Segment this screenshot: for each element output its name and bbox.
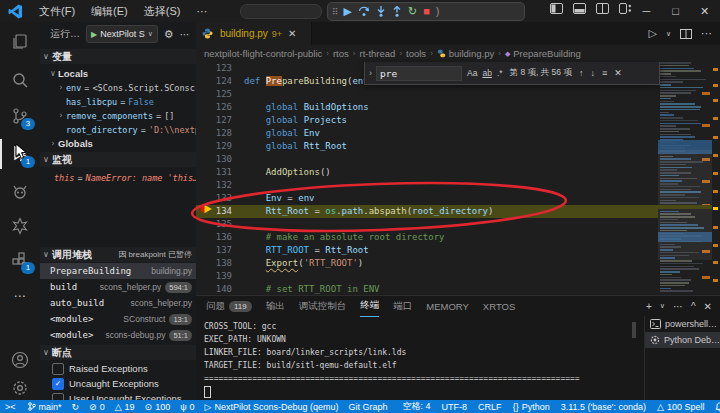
status-spell[interactable]: △100 Spell <box>657 402 704 412</box>
panel-maximize-icon[interactable]: ^ <box>691 301 696 312</box>
search-icon[interactable] <box>8 68 32 92</box>
menu-item[interactable]: ⋯ <box>188 0 215 22</box>
regex-toggle[interactable]: .* <box>497 68 503 78</box>
breadcrumb-item[interactable]: building.py <box>437 48 494 59</box>
status-bell[interactable] <box>715 402 720 412</box>
close-button[interactable]: ✕ <box>690 0 719 22</box>
find-close-icon[interactable]: ✕ <box>614 68 622 78</box>
explorer-icon[interactable] <box>8 30 32 54</box>
bug-extension-icon[interactable] <box>8 180 32 204</box>
minimize-button[interactable]: ─ <box>632 0 661 22</box>
callstack-frame[interactable]: <module>scons-debug.py51:1 <box>40 327 196 343</box>
status-language[interactable]: {}Python <box>513 402 550 412</box>
breadcrumb-item[interactable]: ◆PrepareBuilding <box>505 48 581 59</box>
variable-row[interactable]: ›remove_components=[] <box>40 108 197 123</box>
breadcrumb-item[interactable]: rt-thread <box>359 48 395 59</box>
panel-tab-端口[interactable]: 端口 <box>393 296 412 316</box>
code-editor[interactable]: 123124def PrepareBuilding(env):125126 gl… <box>196 62 658 295</box>
breakpoints-section-header[interactable]: ∨断点 <box>40 345 196 360</box>
terminal-dropdown-icon[interactable]: ∨ <box>660 302 665 310</box>
match-case-toggle[interactable]: Aa <box>467 68 477 78</box>
tab-close-icon[interactable]: ✕ <box>288 28 296 39</box>
editor-more-icon[interactable]: ⋯ <box>701 27 712 40</box>
menu-item[interactable]: 文件(F) <box>31 0 83 22</box>
step-into-button[interactable] <box>376 6 386 17</box>
sidebar-more-icon[interactable]: ⋯ <box>180 29 190 40</box>
watch-section-header[interactable]: ∨监视 <box>40 152 196 167</box>
status-remote[interactable]: >< <box>5 402 16 412</box>
restart-button[interactable]: ↻ <box>408 4 417 19</box>
status-encoding[interactable]: UTF-8 <box>442 402 468 412</box>
callstack-frame[interactable]: buildscons_helper.py594:1 <box>40 279 196 295</box>
breakpoint-option[interactable]: User Uncaught Exceptions <box>40 391 196 400</box>
panel-close-icon[interactable]: ✕ <box>704 301 712 312</box>
split-editor-button[interactable] <box>680 29 692 39</box>
toggle-sidebar-icon[interactable] <box>550 3 563 14</box>
panel-tab-输出[interactable]: 输出 <box>266 296 285 316</box>
terminal-list-item[interactable]: powershell… <box>645 316 720 332</box>
new-terminal-button[interactable]: + <box>646 301 652 312</box>
callstack-frame[interactable]: auto_buildscons_helper.py <box>40 295 196 311</box>
account-icon[interactable] <box>8 348 32 372</box>
status-sync[interactable]: ↻ <box>72 402 80 412</box>
drag-grip-icon[interactable]: ⠿ <box>332 7 338 17</box>
panel-tab-问题[interactable]: 问题119 <box>206 296 252 316</box>
breakpoint-option[interactable]: ✓Uncaught Exceptions <box>40 376 196 391</box>
status-counter[interactable]: ⊙100 <box>145 402 171 412</box>
status-interpreter[interactable]: 3.11.5 ('base': conda) <box>561 402 646 412</box>
panel-tab-XRTOS[interactable]: XRTOS <box>483 296 515 316</box>
minimap[interactable] <box>658 62 712 295</box>
debug-settings-gear-icon[interactable]: ⚙ <box>164 28 174 41</box>
customize-layout-icon[interactable] <box>619 3 632 14</box>
star-extension-icon[interactable] <box>8 214 32 238</box>
tab-building-py[interactable]: building.py 9+ ✕ <box>196 22 312 45</box>
status-branch[interactable]: main* <box>28 402 62 412</box>
status-ports[interactable]: ψ0 <box>180 402 194 412</box>
stop-button[interactable]: ■ <box>423 4 430 19</box>
variable-row[interactable]: ∨Locals <box>40 66 197 81</box>
panel-more-icon[interactable]: ⋯ <box>673 301 683 312</box>
run-python-file-button[interactable]: ▷ <box>648 27 656 40</box>
breakpoint-option[interactable]: Raised Exceptions <box>40 361 196 376</box>
menu-item[interactable]: 选择(S) <box>136 0 189 22</box>
toggle-panel-icon[interactable] <box>573 3 586 14</box>
callstack-section-header[interactable]: ∨调用堆栈 因 breakpoint 已暂停 <box>40 247 196 262</box>
breadcrumb-item[interactable]: nextpilot-flight-control-public <box>204 48 322 59</box>
status-eol[interactable]: CRLF <box>478 402 502 412</box>
panel-tab-调试控制台[interactable]: 调试控制台 <box>299 296 347 316</box>
status-errors[interactable]: ⊘0 <box>89 402 105 412</box>
status-debug-launch[interactable]: ▷NextPilot Scons-Debug (qemu) <box>205 402 339 412</box>
terminal-list-item[interactable]: Python Deb… <box>645 332 720 348</box>
find-in-selection-icon[interactable]: ≡ <box>602 68 607 78</box>
status-warnings[interactable]: △19 <box>115 402 135 412</box>
breakpoint-current-line-icon[interactable] <box>200 204 213 214</box>
variable-row[interactable]: has_libcpu=False <box>40 94 197 109</box>
find-input[interactable] <box>376 66 462 81</box>
breadcrumb-item[interactable]: rtos <box>333 48 349 59</box>
command-center-search[interactable] <box>240 4 322 19</box>
variables-section-header[interactable]: ∨变量 <box>40 49 196 64</box>
step-over-button[interactable] <box>358 6 370 17</box>
find-previous-icon[interactable]: ↑ <box>579 68 584 78</box>
find-next-icon[interactable]: ↓ <box>590 68 595 78</box>
split-editor-icon[interactable] <box>596 3 609 14</box>
find-expand-chevron-icon[interactable]: › <box>365 68 376 78</box>
variable-row[interactable]: ›env=<SCons.Script.SConscr… <box>40 80 197 95</box>
more-views-icon[interactable]: ⋯ <box>8 284 32 308</box>
whole-word-toggle[interactable]: ab <box>482 68 491 78</box>
run-dropdown-icon[interactable]: ∨ <box>666 30 671 38</box>
maximize-button[interactable]: □ <box>661 0 690 22</box>
variable-row[interactable]: root_directory='D:\\nextp… <box>40 122 197 137</box>
callstack-frame[interactable]: <module>SConstruct13:1 <box>40 311 196 327</box>
status-git-graph[interactable]: Git Graph <box>349 402 388 412</box>
settings-gear-icon[interactable] <box>8 376 32 400</box>
variable-row[interactable]: ›Globals <box>40 136 197 151</box>
status-indent[interactable]: 空格: 4 <box>403 400 431 413</box>
panel-tab-MEMORY[interactable]: MEMORY <box>426 296 469 316</box>
debug-config-dropdown[interactable]: ▶ NextPilot S ∨ <box>86 25 158 43</box>
menu-item[interactable]: 编辑(E) <box>83 0 136 22</box>
panel-tab-终端[interactable]: 终端 <box>360 296 379 317</box>
continue-button[interactable]: ▶ <box>344 4 352 19</box>
start-debug-icon[interactable]: ▶ <box>91 30 97 39</box>
breadcrumb-item[interactable]: tools <box>406 48 426 59</box>
